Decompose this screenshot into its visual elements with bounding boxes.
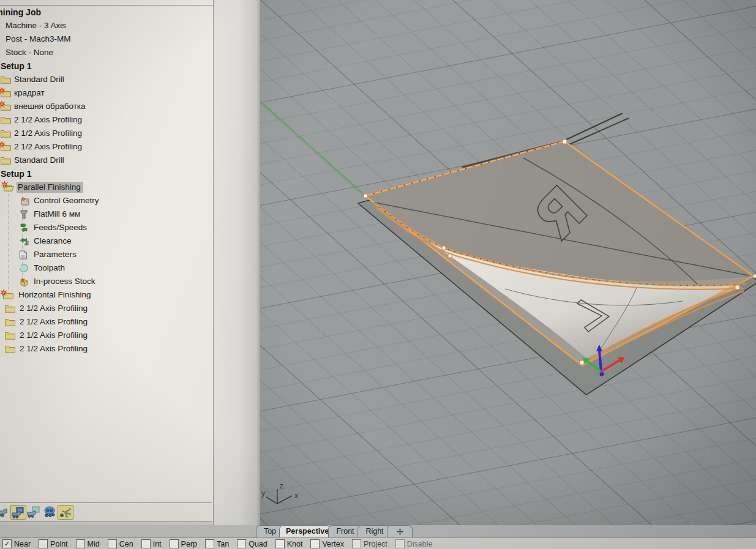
tree-item-setup1[interactable]: Setup 1	[0, 60, 212, 72]
checkbox[interactable]	[39, 539, 48, 548]
feeds-speeds-icon	[19, 223, 29, 236]
svg-text:y: y	[261, 489, 265, 498]
osnap-vertex[interactable]: Vertex	[310, 539, 343, 548]
osnap-disable[interactable]: Disable	[395, 539, 433, 548]
osnap-bar: ✓ Near Point Mid Cen Int Perp Tan	[0, 537, 756, 549]
checkbox[interactable]	[310, 539, 320, 548]
svg-text:x: x	[294, 491, 298, 500]
osnap-near[interactable]: ✓ Near	[2, 539, 31, 548]
tree-item-clearance[interactable]: Clearance	[0, 235, 212, 247]
folder-icon	[1, 116, 11, 128]
checkbox[interactable]	[141, 539, 151, 548]
tree-item-standard-drill[interactable]: Standard Drill	[0, 154, 212, 166]
tree-item-control-geometry[interactable]: Control Geometry	[0, 195, 212, 207]
pan-arrows-icon	[397, 528, 403, 535]
tree-item-profiling[interactable]: 2 1/2 Axis Profiling	[0, 127, 212, 140]
tree-item-kradrat[interactable]: крадрат	[0, 87, 212, 99]
regenerate-badge-icon	[0, 86, 6, 98]
viewport-canvas[interactable]: Я	[260, 0, 756, 525]
post-browser-icon[interactable]	[42, 505, 57, 518]
regenerate-badge-icon	[0, 288, 7, 300]
svg-text:z: z	[280, 482, 283, 490]
regenerate-badge-icon	[1, 180, 9, 192]
osnap-quad[interactable]: Quad	[237, 539, 268, 548]
tree-item-parameters[interactable]: Parameters	[0, 248, 212, 261]
tree-item-machine[interactable]: Machine - 3 Axis	[0, 20, 212, 32]
tree-item-post[interactable]: Post - Mach3-MM	[0, 33, 212, 45]
osnap-project[interactable]: Project	[352, 539, 387, 548]
perspective-view: Я	[260, 0, 756, 525]
tree-item-horizontal-finishing[interactable]: Horizontal Finishing	[0, 289, 212, 301]
tab-new-viewport[interactable]	[387, 525, 413, 537]
tab-perspective[interactable]: Perspective	[279, 525, 331, 537]
screen: Machining Job Machine - 3 Axis Post - Ma…	[0, 0, 756, 549]
checkbox[interactable]	[108, 539, 117, 548]
setup-axes-browser-icon[interactable]	[58, 505, 73, 520]
selected-tree-label: Parallel Finishing	[17, 182, 83, 193]
tree-item-stock[interactable]: Stock - None	[0, 47, 212, 59]
checkbox[interactable]	[237, 539, 246, 548]
osnap-knot[interactable]: Knot	[275, 539, 303, 548]
panel-top-border	[0, 5, 213, 6]
clearance-icon	[18, 237, 29, 250]
toolpath-icon	[19, 264, 29, 277]
tree-item-flatmill[interactable]: FlatMill 6 мм	[0, 208, 212, 220]
osnap-int[interactable]: Int	[141, 539, 162, 548]
cam-browser-toolbar	[0, 502, 212, 521]
machine-browser-icon[interactable]	[0, 505, 9, 518]
tree-item-profiling[interactable]: 2 1/2 Axis Profiling	[0, 343, 212, 355]
tree-item-feeds-speeds[interactable]: Feeds/Speeds	[0, 222, 212, 234]
osnap-mid[interactable]: Mid	[76, 539, 100, 548]
panel-divider[interactable]	[214, 0, 260, 525]
parameters-icon	[19, 250, 28, 263]
control-geometry-icon	[18, 196, 31, 209]
tree-item-profiling[interactable]: 2 1/2 Axis Profiling	[0, 329, 212, 342]
checkbox-checked[interactable]: ✓	[2, 539, 12, 548]
tree-item-vneshnya[interactable]: внешня обработка	[0, 100, 212, 113]
osnap-point[interactable]: Point	[39, 539, 68, 548]
folder-icon	[5, 345, 15, 357]
checkbox[interactable]	[170, 539, 179, 548]
machining-job-browser-icon[interactable]	[10, 505, 26, 520]
machining-browser-panel: Machining Job Machine - 3 Axis Post - Ma…	[0, 0, 214, 525]
tree-item-parallel-finishing[interactable]: Parallel Finishing	[0, 181, 212, 193]
stock-browser-icon[interactable]	[26, 505, 41, 518]
tree-item-profiling[interactable]: 2 1/2 Axis Profiling	[0, 141, 212, 153]
osnap-tan[interactable]: Tan	[205, 539, 229, 548]
checkbox[interactable]	[395, 539, 405, 548]
tree-item-profiling[interactable]: 2 1/2 Axis Profiling	[0, 114, 212, 126]
tree-item-profiling[interactable]: 2 1/2 Axis Profiling	[0, 316, 212, 328]
checkbox[interactable]	[352, 539, 361, 548]
checkbox[interactable]	[76, 539, 85, 548]
osnap-cen[interactable]: Cen	[108, 539, 133, 548]
osnap-perp[interactable]: Perp	[170, 539, 197, 548]
folder-icon	[1, 156, 11, 168]
checkbox[interactable]	[275, 539, 285, 548]
tree-item-toolpath[interactable]: Toolpath	[0, 262, 212, 274]
folder-icon	[5, 318, 15, 330]
tree-item-machining-job[interactable]: Machining Job	[0, 6, 212, 18]
regenerate-badge-icon	[0, 99, 6, 111]
folder-icon	[5, 304, 15, 316]
tree-item-inprocess-stock[interactable]: In-process Stock	[0, 275, 212, 288]
viewport-tabs-bar: Top Perspective Front Right	[0, 525, 756, 537]
mill-tool-icon	[20, 210, 28, 223]
folder-icon	[5, 331, 15, 343]
tree-item-profiling[interactable]: 2 1/2 Axis Profiling	[0, 302, 212, 315]
checkbox[interactable]	[205, 539, 214, 548]
tree-item-setup1[interactable]: Setup 1	[0, 168, 212, 180]
regenerate-badge-icon	[0, 140, 6, 152]
tree-item-standard-drill[interactable]: Standard Drill	[0, 73, 212, 86]
